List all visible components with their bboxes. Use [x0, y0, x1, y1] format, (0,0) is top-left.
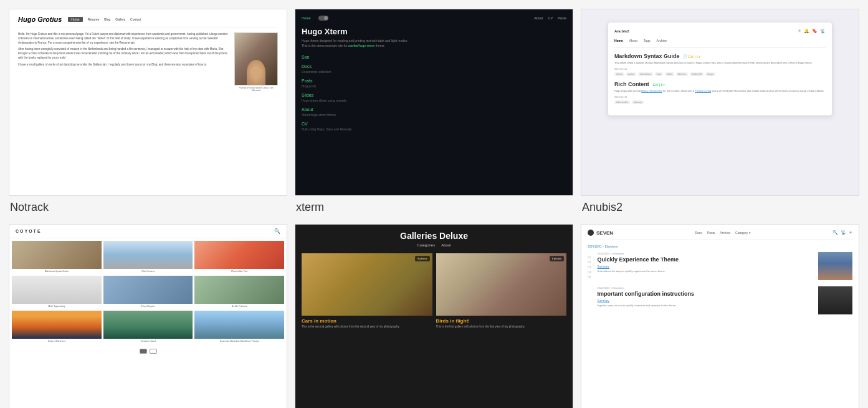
gallery-badge-1: 8 photos	[415, 256, 429, 261]
seven-article-2-desc: It guides users on how to quickly custom…	[598, 304, 813, 308]
coyote-thumb-9	[194, 311, 284, 339]
seven-search-icon[interactable]: 🔍	[832, 230, 838, 235]
notrack-site-title: Hugo Grotius	[18, 16, 62, 23]
preview-anubis2: Anubis2 ☀🔔🔖📡 Home About Tags Archive Mar…	[581, 9, 859, 196]
list-item: Markdown Syntax Guide	[12, 241, 102, 274]
anubis-inner-card: Anubis2 ☀🔔🔖📡 Home About Tags Archive Mar…	[608, 22, 832, 116]
gallery-badge-2: 6 photos	[550, 256, 564, 261]
coyote-site-title: COYOTE	[16, 229, 42, 233]
list-item: Rich Content	[103, 241, 193, 274]
seven-article-2-summary[interactable]: Summary	[598, 299, 813, 303]
coyote-page-1[interactable]	[140, 349, 147, 354]
xterm-menu-about-desc: About hugo-xterm theme.	[302, 113, 566, 117]
anubis-article2-body: Hugo ships with several Built-in Shortco…	[614, 89, 826, 93]
xterm-menu-see: See	[302, 55, 566, 59]
portrait-caption: Portrait of me by Michiel Jansz. van Mie…	[234, 87, 278, 92]
anubis-article1-title: Markdown Syntax Guide 📄 EN | Fr	[614, 53, 826, 59]
seven-article-2: 2024/10/01 > Elsewhere Important configu…	[598, 286, 852, 314]
preview-seven: SEVEN Docs Posts Archive Category ▾ 🔍 📡 …	[581, 224, 859, 408]
anubis-article2-tags: #shortcodes #privacy	[614, 100, 826, 104]
gallery-name-1: Cars in motion	[302, 318, 432, 324]
seven-rss-icon: 📡	[841, 230, 846, 235]
coyote-thumb-5	[103, 276, 193, 304]
coyote-item-label-9: American Naturalist: Rambles in Florida	[194, 339, 284, 344]
galleries-nav-about: About	[441, 243, 451, 247]
seven-icons: 🔍 📡 ☀	[832, 230, 852, 235]
seven-article-2-date: 2024/10/01 > Elsewhere	[598, 286, 813, 289]
galleries-nav: Categories About	[302, 243, 566, 247]
notrack-nav-contact: Contact	[130, 17, 141, 21]
xterm-topbar: Home About CV Posts	[302, 16, 566, 21]
galleries-nav-categories: Categories	[417, 243, 435, 247]
seven-article-1: 2024/10/01 > Elsewhere Quickly Experienc…	[598, 252, 852, 280]
anubis-article1-body: This article offers a sample of basic Ma…	[614, 61, 826, 65]
list-item: A Little Princess	[194, 276, 284, 309]
xterm-demo-text: This is the demo example site for cawfee…	[302, 44, 566, 47]
coyote-item-label-1: Markdown Syntax Guide	[12, 269, 102, 274]
xterm-menu-slides-desc: Hugo-xterm slides using revealjs	[302, 99, 566, 102]
galleries-title: Galleries Deluxe	[302, 231, 566, 241]
seven-timeline: 01 02 03 04 05	[588, 252, 591, 321]
list-item: Placeholder Text	[194, 241, 284, 274]
card-notrack[interactable]: Hugo Grotius Home Resume Blog Gallery Co…	[9, 9, 287, 216]
xterm-site-title: Hugo Xterm	[302, 27, 566, 36]
seven-article-2-text: 2024/10/01 > Elsewhere Important configu…	[598, 286, 813, 314]
seven-article-1-desc: It introduces the steps to quickly exper…	[598, 270, 813, 273]
coyote-item-label-5: Emoji Support	[103, 304, 193, 309]
coyote-item-label-7: Heart of Darkness	[12, 339, 102, 344]
card-anubis2[interactable]: Anubis2 ☀🔔🔖📡 Home About Tags Archive Mar…	[581, 9, 859, 216]
coyote-grid: Markdown Syntax Guide Rich Content Place…	[9, 238, 287, 346]
gallery-info-2: Birds in flight! This is the first galle…	[436, 316, 567, 331]
coyote-thumb-1	[12, 241, 102, 269]
anubis-logo: Anubis2	[614, 29, 629, 33]
coyote-pagination	[9, 346, 287, 356]
coyote-search-icon[interactable]: 🔍	[274, 228, 280, 234]
seven-article-2-image	[818, 286, 852, 314]
xterm-menu: See Docs Documents collection Posts Blog…	[302, 55, 566, 131]
anubis-nav: Home About Tags Archive	[614, 39, 826, 42]
xterm-menu-posts-desc: Blog posts	[302, 84, 566, 88]
gallery-image-2	[436, 253, 567, 316]
notrack-nav-home: Home	[68, 17, 82, 22]
coyote-thumb-3	[194, 241, 284, 269]
coyote-item-label-8: Treasure Island	[103, 339, 193, 344]
gallery-name-2: Birds in flight!	[436, 318, 567, 324]
seven-topbar: SEVEN Docs Posts Archive Category ▾ 🔍 📡 …	[588, 230, 852, 240]
xterm-theme-toggle	[318, 16, 328, 21]
card-xterm[interactable]: Home About CV Posts Hugo Xterm Hugo them…	[295, 9, 573, 216]
coyote-thumb-6	[194, 276, 284, 304]
notrack-nav-blog: Blog	[104, 17, 110, 21]
list-item: Math Typesetting	[12, 276, 102, 309]
card-galleries[interactable]: Galleries Deluxe Categories About 8 phot…	[295, 224, 573, 408]
card-seven[interactable]: SEVEN Docs Posts Archive Category ▾ 🔍 📡 …	[581, 224, 859, 408]
seven-theme-icon[interactable]: ☀	[849, 230, 852, 235]
seven-content: 01 02 03 04 05 2024/10/01 > Elsewhere Qu…	[588, 252, 852, 321]
coyote-thumb-8	[103, 311, 193, 339]
galleries-header: Galleries Deluxe Categories About	[302, 231, 566, 247]
notrack-nav: Home Resume Blog Gallery Contact	[68, 17, 141, 22]
seven-nav: Docs Posts Archive Category ▾	[695, 231, 750, 235]
portrait-image	[234, 32, 278, 85]
preview-xterm: Home About CV Posts Hugo Xterm Hugo them…	[295, 9, 573, 196]
gallery-card-1: 8 photos Cars in motion This is the seco…	[302, 253, 432, 331]
xterm-menu-cv-desc: Built using Hugo, Sass and Revealjs.	[302, 127, 566, 131]
xterm-menu-about: About	[302, 107, 566, 112]
gallery-image-1	[302, 253, 432, 316]
seven-article-1-date: 2024/10/01 > Elsewhere	[598, 252, 813, 255]
card-xterm-label: xterm	[295, 196, 573, 216]
xterm-menu-docs-desc: Documents collection	[302, 70, 566, 74]
coyote-page-2[interactable]	[150, 349, 157, 354]
seven-articles: 2024/10/01 > Elsewhere Quickly Experienc…	[598, 252, 852, 321]
coyote-item-label-3: Placeholder Text	[194, 269, 284, 274]
anubis-article1-tags: theme syntax #markdown #css #html #theme…	[614, 72, 826, 76]
gallery-desc-1: This is the second gallery with photos f…	[302, 325, 432, 329]
seven-article-1-summary[interactable]: Summary	[598, 265, 813, 268]
anubis-article2-title: Rich Content EN | Fr	[614, 81, 826, 87]
card-coyote[interactable]: COYOTE 🔍 Markdown Syntax Guide Rich Cont…	[9, 224, 287, 408]
seven-article-1-image	[818, 252, 852, 280]
coyote-item-label-4: Math Typesetting	[12, 304, 102, 309]
seven-nav-posts: Posts	[707, 231, 715, 235]
seven-logo: SEVEN	[588, 230, 613, 236]
coyote-thumb-4	[12, 276, 102, 304]
seven-breadcrumb: 2024/10/01 > Elsewhere	[588, 245, 852, 248]
